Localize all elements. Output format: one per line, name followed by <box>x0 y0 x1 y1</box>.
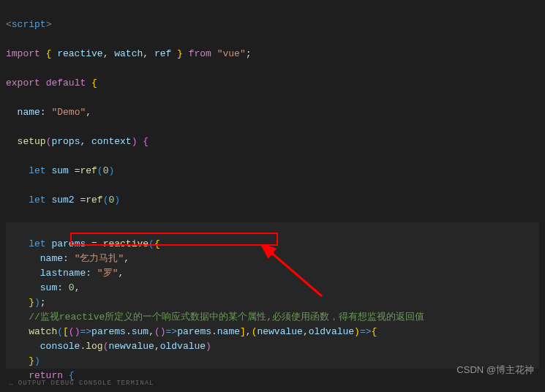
code-line: }); <box>6 295 539 310</box>
code-line: name: "乞力马扎", <box>6 252 539 266</box>
code-line: //监视reactive所定义的一个响应式数据中的某个属性,必须使用函数，得有想… <box>6 310 539 325</box>
code-line: export default { <box>6 76 539 91</box>
code-line: lastname: "罗", <box>6 266 539 281</box>
code-line: let parems = reactive({ <box>6 237 539 252</box>
code-line <box>6 222 539 237</box>
code-line: name: "Demo", <box>6 105 539 120</box>
code-line: import { reactive, watch, ref } from "vu… <box>6 47 539 61</box>
code-line: sum: 0, <box>6 281 539 295</box>
code-editor[interactable]: <script> import { reactive, watch, ref }… <box>0 0 545 392</box>
watermark-text: CSDN @博主花神 <box>456 363 534 377</box>
panel-tabs[interactable]: … OUTPUT DEBUG CONSOLE TERMINAL <box>9 376 154 391</box>
code-line: let sum =ref(0) <box>6 164 539 178</box>
code-line: <script> <box>6 18 539 32</box>
code-line: let sum2 =ref(0) <box>6 193 539 208</box>
code-line: setup(props, context) { <box>6 135 539 149</box>
code-line: console.log(newvalue,oldvalue) <box>6 339 539 354</box>
code-line: watch([()=>parems.sum,()=>parems.name],(… <box>6 325 539 339</box>
